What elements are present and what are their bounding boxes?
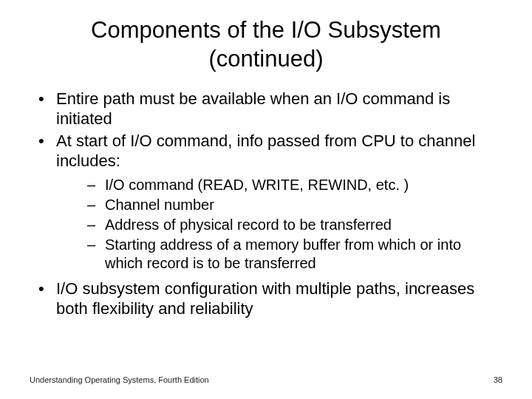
footer-source: Understanding Operating Systems, Fourth … xyxy=(30,375,209,384)
bullet-item: I/O subsystem configuration with multipl… xyxy=(30,279,502,319)
bullet-text: Entire path must be available when an I/… xyxy=(56,89,450,129)
sub-list: I/O command (READ, WRITE, REWIND, etc. )… xyxy=(56,176,502,273)
bullet-item: Entire path must be available when an I/… xyxy=(30,89,502,129)
bullet-text: At start of I/O command, info passed fro… xyxy=(56,132,475,171)
bullet-list: Entire path must be available when an I/… xyxy=(30,89,502,319)
page-number: 38 xyxy=(494,375,502,384)
sub-item: Channel number xyxy=(56,196,502,214)
sub-item: Address of physical record to be transfe… xyxy=(56,216,502,234)
slide-title: Components of the I/O Subsystem (continu… xyxy=(59,16,473,74)
bullet-item: At start of I/O command, info passed fro… xyxy=(30,131,502,273)
sub-text: Address of physical record to be transfe… xyxy=(105,216,392,233)
sub-item: I/O command (READ, WRITE, REWIND, etc. ) xyxy=(56,176,502,194)
bullet-text: I/O subsystem configuration with multipl… xyxy=(56,279,474,318)
footer: Understanding Operating Systems, Fourth … xyxy=(30,375,502,384)
sub-item: Starting address of a memory buffer from… xyxy=(56,236,502,273)
sub-text: Starting address of a memory buffer from… xyxy=(105,236,461,271)
slide: Components of the I/O Subsystem (continu… xyxy=(0,0,532,399)
sub-text: Channel number xyxy=(105,197,214,213)
sub-text: I/O command (READ, WRITE, REWIND, etc. ) xyxy=(105,177,409,193)
